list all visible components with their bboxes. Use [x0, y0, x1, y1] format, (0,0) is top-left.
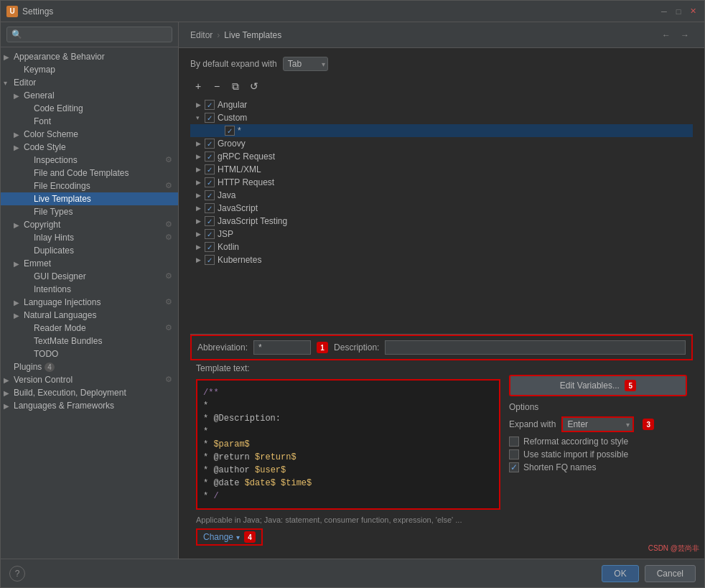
- template-group-htmlxml[interactable]: ▶ ✓ HTML/XML: [190, 163, 693, 176]
- template-checkbox[interactable]: ✓: [205, 203, 215, 213]
- template-item-name: *: [238, 126, 241, 136]
- expand-with-select[interactable]: Tab Enter Space: [283, 57, 328, 71]
- applicable-row: Applicable in Java; Java: statement, con…: [190, 513, 693, 527]
- add-template-button[interactable]: +: [190, 78, 206, 94]
- help-button[interactable]: ?: [9, 566, 25, 582]
- minimize-button[interactable]: ─: [658, 6, 670, 17]
- reformat-checkbox[interactable]: [509, 437, 519, 447]
- chevron-icon: ▶: [196, 179, 205, 186]
- template-group-groovy[interactable]: ▶ ✓ Groovy: [190, 137, 693, 150]
- sidebar-item-appearance[interactable]: ▶ Appearance & Behavior: [1, 50, 178, 63]
- sidebar-item-label: Emmet: [24, 258, 51, 269]
- template-checkbox[interactable]: ✓: [225, 126, 235, 136]
- template-checkbox[interactable]: ✓: [205, 164, 215, 174]
- shorten-fq-checkbox-row: ✓ Shorten FQ names: [509, 462, 687, 472]
- sidebar-item-inlay-hints[interactable]: Inlay Hints ⚙: [1, 231, 178, 244]
- template-group-kotlin[interactable]: ▶ ✓ Kotlin: [190, 241, 693, 253]
- sidebar-item-duplicates[interactable]: Duplicates: [1, 244, 178, 257]
- sidebar-item-plugins[interactable]: Plugins 4: [1, 360, 178, 373]
- template-checkbox[interactable]: ✓: [205, 216, 215, 226]
- change-button[interactable]: Change ▾ 4: [196, 528, 263, 546]
- sidebar-item-label: Live Templates: [34, 194, 91, 204]
- sidebar-item-label: Inlay Hints: [34, 233, 74, 243]
- static-import-checkbox[interactable]: [509, 449, 519, 459]
- settings-icon: ⚙: [165, 181, 175, 191]
- sidebar-item-color-scheme[interactable]: ▶ Color Scheme: [1, 128, 178, 141]
- template-group-javascript[interactable]: ▶ ✓ JavaScript: [190, 202, 693, 215]
- chevron-icon: ▶: [4, 389, 14, 397]
- sidebar-item-file-encodings[interactable]: File Encodings ⚙: [1, 179, 178, 192]
- sidebar-item-file-types[interactable]: File Types: [1, 205, 178, 218]
- settings-icon: ⚙: [165, 220, 175, 230]
- template-group-js-testing[interactable]: ▶ ✓ JavaScript Testing: [190, 215, 693, 228]
- edit-variables-button[interactable]: Edit Variables... 5: [509, 375, 687, 396]
- template-group-http[interactable]: ▶ ✓ HTTP Request: [190, 176, 693, 189]
- sidebar-item-build-execution[interactable]: ▶ Build, Execution, Deployment: [1, 386, 178, 399]
- sidebar-item-font[interactable]: Font: [1, 115, 178, 128]
- sidebar-item-version-control[interactable]: ▶ Version Control ⚙: [1, 373, 178, 386]
- template-item-star[interactable]: ✓ *: [190, 124, 693, 137]
- template-group-name: Java: [218, 190, 235, 200]
- template-checkbox[interactable]: ✓: [205, 255, 215, 265]
- sidebar-item-emmet[interactable]: ▶ Emmet: [1, 257, 178, 270]
- template-group-angular[interactable]: ▶ ✓ Angular: [190, 98, 693, 111]
- template-text-editor[interactable]: /** * * @Description: * * $param$ * @ret…: [196, 379, 500, 510]
- expand-with-option-select[interactable]: Enter Tab Space Default (Tab): [563, 418, 632, 431]
- abbreviation-input[interactable]: [253, 340, 311, 355]
- template-checkbox[interactable]: ✓: [205, 190, 215, 200]
- ok-button[interactable]: OK: [602, 565, 638, 582]
- sidebar-item-copyright[interactable]: ▶ Copyright ⚙: [1, 218, 178, 231]
- template-group-name: HTML/XML: [218, 164, 261, 174]
- change-label: Change: [203, 532, 233, 542]
- sidebar-item-language-injections[interactable]: ▶ Language Injections ⚙: [1, 296, 178, 309]
- nav-back-button[interactable]: ←: [658, 27, 674, 43]
- search-input[interactable]: [6, 27, 172, 42]
- sidebar-item-languages-frameworks[interactable]: ▶ Languages & Frameworks: [1, 399, 178, 412]
- template-checkbox[interactable]: ✓: [205, 229, 215, 239]
- cancel-button[interactable]: Cancel: [645, 565, 696, 582]
- template-group-custom[interactable]: ▾ ✓ Custom: [190, 111, 693, 124]
- sidebar-item-textmate-bundles[interactable]: TextMate Bundles: [1, 335, 178, 347]
- abbreviation-row: Abbreviation: 1 Description:: [190, 335, 693, 360]
- edit-variables-label: Edit Variables...: [560, 381, 620, 391]
- static-import-label: Use static import if possible: [523, 449, 628, 459]
- sidebar-item-live-templates[interactable]: Live Templates: [1, 192, 178, 205]
- template-checkbox[interactable]: ✓: [205, 177, 215, 187]
- sidebar-item-file-code-templates[interactable]: File and Code Templates: [1, 167, 178, 179]
- template-group-kubernetes[interactable]: ▶ ✓ Kubernetes: [190, 253, 693, 266]
- template-checkbox[interactable]: ✓: [205, 242, 215, 252]
- expand-with-option-row: Expand with Enter Tab Space Default (Tab…: [509, 416, 687, 432]
- nav-forward-button[interactable]: →: [677, 27, 693, 43]
- close-button[interactable]: ✕: [687, 6, 699, 17]
- sidebar-item-general[interactable]: ▶ General: [1, 89, 178, 102]
- template-checkbox[interactable]: ✓: [205, 151, 215, 162]
- window-controls: ─ □ ✕: [658, 6, 699, 17]
- sidebar-item-reader-mode[interactable]: Reader Mode ⚙: [1, 322, 178, 335]
- shorten-fq-checkbox[interactable]: ✓: [509, 462, 519, 472]
- sidebar-item-keymap[interactable]: Keymap: [1, 63, 178, 76]
- template-checkbox[interactable]: ✓: [205, 113, 215, 123]
- template-group-grpc[interactable]: ▶ ✓ gRPC Request: [190, 150, 693, 163]
- sidebar-item-todo[interactable]: TODO: [1, 347, 178, 360]
- sidebar-item-editor[interactable]: ▾ Editor: [1, 76, 178, 89]
- description-input[interactable]: [385, 340, 686, 355]
- template-group-jsp[interactable]: ▶ ✓ JSP: [190, 228, 693, 241]
- remove-template-button[interactable]: −: [209, 78, 225, 94]
- sidebar-item-gui-designer[interactable]: GUI Designer ⚙: [1, 270, 178, 283]
- sidebar-item-label: Natural Languages: [24, 310, 96, 320]
- reset-template-button[interactable]: ↺: [246, 78, 262, 94]
- content-area: Editor › Live Templates ← → By default e…: [179, 22, 704, 559]
- chevron-icon: ▶: [4, 53, 14, 61]
- chevron-icon: ▶: [14, 221, 24, 229]
- template-group-java[interactable]: ▶ ✓ Java: [190, 189, 693, 202]
- sidebar-item-inspections[interactable]: Inspections ⚙: [1, 154, 178, 167]
- sidebar-item-code-editing[interactable]: Code Editing: [1, 102, 178, 115]
- sidebar-item-intentions[interactable]: Intentions: [1, 283, 178, 296]
- breadcrumb-parent: Editor: [190, 30, 213, 40]
- template-checkbox[interactable]: ✓: [205, 139, 215, 149]
- sidebar-item-natural-languages[interactable]: ▶ Natural Languages: [1, 309, 178, 322]
- maximize-button[interactable]: □: [673, 6, 684, 17]
- sidebar-item-code-style[interactable]: ▶ Code Style: [1, 141, 178, 154]
- template-checkbox[interactable]: ✓: [205, 100, 215, 110]
- copy-template-button[interactable]: ⧉: [228, 78, 243, 94]
